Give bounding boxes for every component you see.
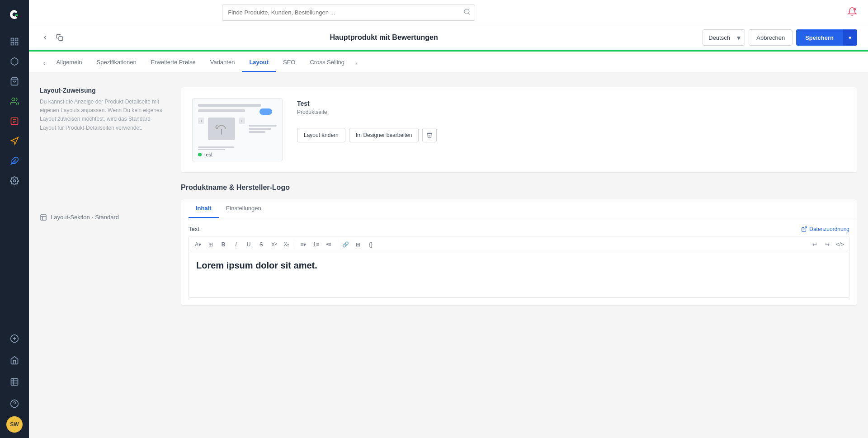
svg-rect-3 [11,42,14,45]
subheader-actions: Deutsch English ▾ Abbrechen Speichern ▾ [703,29,857,46]
language-selector-wrap: Deutsch English ▾ [703,29,745,46]
thumb-status-dot [198,153,202,156]
sidebar-item-settings[interactable] [5,172,24,190]
rte-bold-button[interactable]: B [218,239,229,250]
thumb-label: Test [198,152,212,157]
search-icon [463,8,471,17]
produktname-title: Produktname & Hersteller-Logo [181,184,857,192]
tabs-bar: ‹ Allgemein Spezifikationen Erweiterte P… [29,51,868,72]
layout-section-description: Du kannst die Anzeige der Produkt-Detail… [40,98,166,132]
page-title: Hauptprodukt mit Bewertungen [72,33,695,42]
copy-button[interactable] [54,32,65,43]
delete-layout-button[interactable] [422,128,437,142]
svg-line-24 [468,13,470,14]
sidebar-item-extensions[interactable] [5,152,24,170]
language-selector[interactable]: Deutsch English [703,29,745,46]
layout-section-title: Layout-Zuweisung [40,87,166,94]
rte-editor[interactable]: Lorem ipsum dolor sit amet. [189,253,849,298]
tab-seo[interactable]: SEO [276,53,302,72]
tabs-next-button[interactable]: › [352,60,361,72]
subheader: Hauptprodukt mit Bewertungen Deutsch Eng… [29,25,868,51]
rte-superscript-button[interactable]: X² [269,239,279,250]
save-button-group: Speichern ▾ [796,29,857,46]
save-button[interactable]: Speichern [796,29,843,46]
svg-point-13 [14,180,16,182]
tab-spezifikationen[interactable]: Spezifikationen [90,53,144,72]
tab-allgemein[interactable]: Allgemein [49,53,89,72]
rte-source-button[interactable]: </> [835,239,845,250]
tab-erweiterte-preise[interactable]: Erweiterte Preise [144,53,203,72]
rte-list-ul-button[interactable]: •≡ [323,239,334,250]
rte-strikethrough-button[interactable]: S [256,239,267,250]
svg-rect-1 [11,38,14,41]
rte-content: Lorem ipsum dolor sit amet. [196,260,842,271]
layout-info: Test Produktseite Layout ändern Im Desig… [297,98,437,142]
layout-name: Test [297,100,437,107]
thumb-nav-next[interactable]: › [239,118,245,124]
rte-align-button[interactable]: ≡▾ [298,239,309,250]
save-dropdown-button[interactable]: ▾ [843,29,857,46]
main-content: Hauptprodukt mit Bewertungen Deutsch Eng… [29,0,868,438]
sidebar: SW [0,0,29,438]
sidebar-item-content[interactable] [5,112,24,130]
notification-bell-icon[interactable] [847,7,857,19]
sidebar-item-help[interactable] [5,395,24,413]
content-body: Text Datenzuordnung A▾ ⊞ B I [181,218,857,305]
tab-einstellungen[interactable]: Einstellungen [219,199,269,218]
tab-inhalt[interactable]: Inhalt [189,199,219,218]
rte-link-button[interactable]: 🔗 [340,239,351,250]
sidebar-item-marketing[interactable] [5,132,24,150]
sidebar-item-customers[interactable] [5,92,24,110]
search-input[interactable] [222,5,475,21]
thumb-nav-prev[interactable]: ‹ [198,118,204,124]
data-link[interactable]: Datenzuordnung [801,226,849,232]
rte-underline-button[interactable]: U [243,239,254,250]
left-panel: Layout-Zuweisung Du kannst die Anzeige d… [40,87,166,424]
rte-subscript-button[interactable]: X₂ [281,239,292,250]
svg-rect-26 [59,37,63,41]
content-area: Layout-Zuweisung Du kannst die Anzeige d… [29,72,868,438]
sidebar-item-store[interactable] [5,351,24,369]
sidebar-bottom: SW [5,324,24,438]
sidebar-item-products[interactable] [5,52,24,71]
svg-point-25 [854,8,856,10]
right-panel: ‹ › [181,87,857,424]
rte-table-button[interactable]: ⊞ [353,239,363,250]
rte-code-button[interactable]: {} [365,239,376,250]
back-button[interactable] [40,32,51,43]
rte-undo-button[interactable]: ↩ [809,239,820,250]
field-label: Text [189,226,199,232]
sidebar-item-table[interactable] [5,373,24,391]
layout-type: Produktseite [297,109,437,115]
layout-section-icon-label: Layout-Sektion - Standard [40,214,166,221]
cancel-button[interactable]: Abbrechen [749,29,793,46]
layout-buttons: Layout ändern Im Designer bearbeiten [297,128,437,142]
rte-toolbar-right: ↩ ↪ </> [809,239,845,250]
designer-button[interactable]: Im Designer bearbeiten [349,128,419,142]
layout-section-label-text: Layout-Sektion - Standard [51,214,119,221]
rte-format-button[interactable]: ⊞ [205,239,216,250]
sidebar-item-add[interactable] [5,330,24,348]
rte-redo-button[interactable]: ↪ [822,239,833,250]
topbar [29,0,868,25]
app-logo[interactable] [0,0,29,29]
tab-layout[interactable]: Layout [242,53,276,72]
produktname-section: Produktname & Hersteller-Logo Inhalt Ein… [181,184,857,306]
layout-thumbnail: ‹ › [192,98,283,161]
tabs-prev-button[interactable]: ‹ [40,60,49,72]
rte-list-ol-button[interactable]: 1≡ [311,239,321,250]
rte-font-size-button[interactable]: A▾ [193,239,203,250]
tab-cross-selling[interactable]: Cross Selling [302,53,352,72]
tab-varianten[interactable]: Varianten [203,53,242,72]
sidebar-item-dashboard[interactable] [5,33,24,51]
sidebar-item-orders[interactable] [5,72,24,90]
rte-italic-button[interactable]: I [231,239,241,250]
avatar[interactable]: SW [6,416,23,433]
layout-change-button[interactable]: Layout ändern [297,128,345,142]
rte-toolbar: A▾ ⊞ B I U S X² X₂ ≡▾ 1≡ •≡ [189,236,849,253]
svg-line-30 [804,226,807,229]
rte-divider-2 [337,240,337,249]
search-wrap [222,5,475,21]
data-link-text: Datenzuordnung [809,226,849,232]
thumb-bar-1 [198,104,261,107]
